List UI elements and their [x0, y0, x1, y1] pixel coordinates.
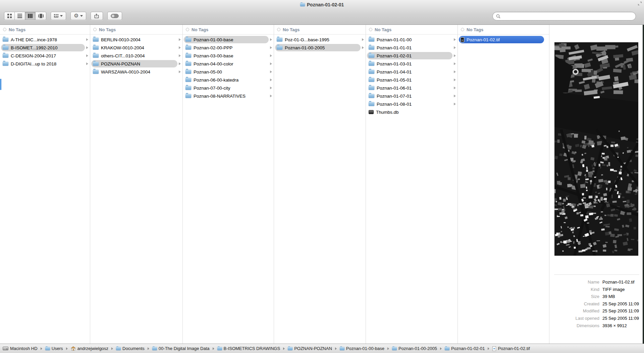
browser-item[interactable]: Poznan-01-08-01: [366, 100, 458, 108]
metadata-row: Last opened25 Sep 2005 11:09: [554, 315, 639, 322]
item-label: Poznan-06-00-katedra: [194, 78, 238, 83]
fullscreen-icon[interactable]: [638, 1, 642, 6]
disclosure-arrow-icon: [86, 46, 88, 49]
path-item-label: Poznan-01-02-01: [451, 346, 485, 351]
browser-item[interactable]: WARSZAWA-0010-2004: [90, 68, 182, 76]
metadata-value: TIFF image: [602, 286, 625, 293]
path-bar: Macintosh HDUsersandrzejwielgoszDocument…: [0, 344, 644, 353]
item-label: Poznan-01-00-base: [194, 37, 233, 42]
path-item[interactable]: Poznan-01-02.tif: [492, 346, 530, 351]
folder-icon: [185, 54, 191, 58]
browser-item[interactable]: Poznan-07-00-city: [183, 84, 274, 92]
tif-icon: [461, 37, 464, 42]
share-icon: [94, 13, 100, 18]
item-label: Poznan-01-01-01: [377, 45, 412, 50]
title-bar[interactable]: Poznan-01-02-01: [0, 0, 644, 9]
desktop-edge-strip: [643, 25, 644, 344]
disclosure-arrow-icon: [179, 62, 181, 65]
browser-item[interactable]: Poznan-06-00-katedra: [183, 76, 274, 84]
browser-item[interactable]: Poznan-08-NARRATIVES: [183, 92, 274, 100]
browser-item[interactable]: Poznan-02-00-PPP: [183, 44, 274, 52]
browser-item[interactable]: Poznan-01-01-00: [366, 36, 458, 44]
disclosure-arrow-icon: [362, 46, 364, 49]
browser-item[interactable]: B-ISOMET...1992-2010: [0, 44, 90, 52]
tag-circle-icon: [369, 28, 372, 31]
file-metadata-panel: NamePoznan-01-02.tifKindTIFF imageSize39…: [554, 274, 639, 329]
item-label: Poznan-01-07-01: [377, 94, 412, 99]
folder-icon: [369, 86, 374, 90]
folder-icon: [369, 102, 374, 106]
column-header-label: No Tags: [9, 27, 25, 32]
browser-item[interactable]: Poznan-01-07-01: [366, 92, 458, 100]
search-field[interactable]: [492, 12, 636, 20]
item-label: Poznan-01-03-01: [377, 61, 412, 66]
disclosure-arrow-icon: [454, 95, 456, 97]
tag-circle-icon: [93, 28, 97, 31]
path-item[interactable]: Poznan-01-00-base: [340, 346, 384, 351]
edit-tags-button[interactable]: [107, 12, 122, 20]
column-browser: No TagsA-THE DIC...ince-1978B-ISOMET...1…: [0, 25, 644, 344]
db-icon: [369, 110, 374, 114]
column-view-button[interactable]: [25, 12, 36, 20]
folder-icon: [185, 38, 191, 42]
path-item[interactable]: POZNAN-POZNAN: [288, 346, 332, 351]
coverflow-icon: [38, 14, 44, 18]
path-item[interactable]: Macintosh HD: [3, 346, 38, 351]
folder-icon: [340, 347, 344, 350]
folder-icon: [93, 62, 99, 66]
view-switcher: [4, 12, 46, 20]
browser-item[interactable]: BERLIN-0010-2004: [90, 36, 182, 44]
disclosure-arrow-icon: [454, 62, 456, 65]
browser-item[interactable]: D-DIGITAl...up to 2018: [0, 60, 90, 68]
browser-item[interactable]: Poznan-01-01-01: [366, 44, 458, 52]
path-item[interactable]: Poznan-01-02-01: [445, 346, 485, 351]
item-label: Thumbs.db: [376, 110, 399, 115]
metadata-value: 3936 × 9912: [602, 322, 627, 330]
browser-item[interactable]: KRAKOW-0010-2004: [90, 44, 182, 52]
toolbar: ⚙: [0, 9, 644, 24]
folder-icon: [445, 347, 449, 350]
browser-item[interactable]: C-DESIGN-2004-2017: [0, 52, 90, 60]
path-item[interactable]: Poznan-01-00-2005: [392, 346, 437, 351]
path-item[interactable]: 00-The Digital Image Data: [152, 346, 210, 351]
disclosure-arrow-icon: [454, 46, 456, 49]
action-button[interactable]: ⚙: [70, 12, 86, 20]
path-item[interactable]: andrzejwielgosz: [71, 346, 109, 351]
search-input[interactable]: [502, 14, 632, 19]
path-separator-icon: [213, 347, 214, 350]
browser-item[interactable]: Thumbs.db: [366, 108, 458, 116]
browser-item[interactable]: A-THE DIC...ince-1978: [0, 36, 90, 44]
browser-item[interactable]: Poznan-01-00-base: [183, 36, 274, 44]
browser-item[interactable]: Poznan-05-00: [183, 68, 274, 76]
path-item-label: B-ISOMETRICS DRAWINGS: [224, 346, 280, 351]
disclosure-arrow-icon: [454, 103, 456, 105]
item-label: C-DESIGN-2004-2017: [11, 53, 56, 58]
metadata-row: Dimensions3936 × 9912: [554, 322, 639, 330]
list-view-button[interactable]: [15, 12, 25, 20]
browser-item[interactable]: Poz-01-G...base-1995: [274, 36, 366, 44]
browser-item[interactable]: Poznan-01-05-01: [366, 76, 458, 84]
path-item[interactable]: B-ISOMETRICS DRAWINGS: [217, 346, 280, 351]
browser-item[interactable]: Poznan-01-00-2005: [274, 44, 366, 52]
item-label: Poznan-01-05-01: [377, 78, 412, 83]
browser-item[interactable]: Poznan-01-06-01: [366, 84, 458, 92]
browser-item[interactable]: Poznan-01-02-01: [366, 52, 458, 60]
browser-item[interactable]: Poznan-03-00-base: [183, 52, 274, 60]
item-label: Poznan-01-04-01: [377, 69, 412, 74]
browser-item[interactable]: Poznan-04-00-color: [183, 60, 274, 68]
browser-item[interactable]: POZNAN-POZNAN: [90, 60, 182, 68]
disclosure-arrow-icon: [270, 54, 272, 57]
disclosure-arrow-icon: [454, 54, 456, 57]
coverflow-view-button[interactable]: [36, 12, 46, 20]
path-item[interactable]: Documents: [116, 346, 145, 351]
icon-view-button[interactable]: [4, 12, 15, 20]
column-header: No Tags: [183, 25, 274, 35]
browser-item[interactable]: Poznan-01-02.tif: [458, 36, 549, 44]
browser-item[interactable]: others-CIT...010-2004: [90, 52, 182, 60]
arrange-button[interactable]: [51, 12, 66, 20]
browser-item[interactable]: Poznan-01-03-01: [366, 60, 458, 68]
path-item[interactable]: Users: [45, 346, 63, 351]
browser-item[interactable]: Poznan-01-04-01: [366, 68, 458, 76]
share-button[interactable]: [91, 12, 103, 20]
disclosure-arrow-icon: [179, 70, 181, 73]
